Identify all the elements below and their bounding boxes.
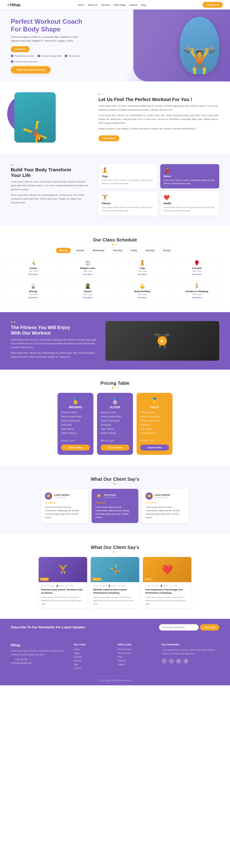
test-header-0: 😊 Louis Carlson Fitness Client bbox=[45, 492, 85, 500]
browns-icon: 🏅 bbox=[61, 397, 90, 404]
health-title: Health bbox=[164, 202, 216, 205]
footer-other-links-title: Other Links bbox=[118, 643, 156, 646]
footer-other-links-col: Other Links Privacy Policy Terms Of Use … bbox=[118, 643, 156, 671]
nav-logo: ● Hitup. bbox=[7, 2, 21, 7]
browns-cta-button[interactable]: Choose Plan bbox=[61, 444, 90, 451]
nav-other[interactable]: Other Page bbox=[114, 4, 126, 6]
play-button[interactable]: ▶ bbox=[158, 336, 167, 345]
hero-journey-button[interactable]: Start Your New Journey bbox=[11, 66, 51, 73]
boxing-link[interactable]: View More bbox=[10, 297, 57, 299]
day-tab-monday[interactable]: Monday bbox=[56, 248, 71, 253]
footer-link-home[interactable]: Home bbox=[74, 648, 112, 651]
blog-excerpt-0: Lorem ipsum dolor sit amet, consectetuer… bbox=[41, 596, 85, 606]
nav-blog[interactable]: Blog bbox=[141, 4, 146, 6]
footer-link-contact[interactable]: Contact bbox=[74, 667, 112, 670]
workout-headline: The Fitness You Will Enjoy With Our Work… bbox=[11, 325, 98, 336]
footer-link-services[interactable]: Services bbox=[74, 656, 112, 658]
social-linkedin[interactable]: in bbox=[176, 658, 181, 664]
footer-other-link-1[interactable]: Terms Of Use bbox=[118, 652, 156, 654]
test-stars-1: ★★★★★ bbox=[95, 501, 135, 504]
footer-about: Lorem ipsum dolor sit amet, consectetuer… bbox=[11, 649, 68, 656]
sliver-cta-button[interactable]: Choose Plan bbox=[101, 444, 129, 451]
blog-dot-1 bbox=[116, 551, 117, 553]
aerobics-icon: 🏃 bbox=[173, 283, 220, 289]
blog-headline: What Our Client Say's bbox=[7, 545, 223, 550]
blog-title-2: User Experience Psychology And Performan… bbox=[145, 588, 189, 594]
hero-body: Aenean leo ligula, porttitor eu, consequ… bbox=[11, 35, 86, 43]
about-cta-button[interactable]: About More bbox=[98, 135, 119, 141]
sliver-feature-2: Fitness Assessment bbox=[101, 419, 129, 423]
newsletter-input[interactable] bbox=[159, 624, 199, 630]
nav-about[interactable]: About Us bbox=[88, 4, 97, 6]
day-tab-saturday[interactable]: Saturday bbox=[142, 248, 158, 253]
newsletter-section: Subscribe To Our Newsletter For Latest U… bbox=[0, 619, 230, 636]
crossfit-link[interactable]: View More bbox=[173, 273, 220, 275]
browns-feature-5: Health Checkup bbox=[61, 431, 90, 435]
sliver-icon: 🥈 bbox=[101, 397, 129, 404]
footer-link-classes[interactable]: Classes bbox=[74, 659, 112, 662]
social-twitter[interactable]: t bbox=[169, 658, 174, 664]
schedule-dot-2 bbox=[117, 244, 118, 245]
blog-author-2: 👤 Admin bbox=[160, 585, 168, 587]
schedule-headline: Our Class Schedule bbox=[7, 237, 223, 243]
newsletter-headline: Subscribe To Our Newsletter For Latest U… bbox=[11, 625, 85, 629]
bodybuilding-link[interactable]: View More bbox=[119, 297, 166, 299]
day-tab-sunday[interactable]: Sunday bbox=[160, 248, 174, 253]
hero-headline-line1: Perfect Workout Coach bbox=[11, 18, 82, 25]
footer-other-links: Privacy Policy Terms Of Use FAQ Sitemap … bbox=[118, 648, 156, 666]
services-headline: Build Your Body Transform Your Life bbox=[11, 167, 91, 178]
newsletter-submit-button[interactable]: Subscribe bbox=[200, 624, 219, 630]
karate-link[interactable]: View More bbox=[65, 297, 111, 299]
day-tab-thursday[interactable]: Thursday bbox=[109, 248, 126, 253]
dance-title: Dance bbox=[164, 175, 216, 178]
footer-other-link-4[interactable]: Support bbox=[118, 663, 156, 666]
gold-name: GOLD bbox=[140, 406, 169, 409]
footer-link-about[interactable]: About bbox=[74, 652, 112, 654]
sliver-price-value: $89.95 bbox=[101, 439, 108, 442]
karate-name: Karate bbox=[65, 290, 111, 293]
footer-other-link-3[interactable]: Sitemap bbox=[118, 659, 156, 662]
timetable-side-label: Time Table bbox=[229, 255, 230, 283]
blog-body-2: 🗓 Jan 25, 2023 👤 Admin 👁 2 View User Exp… bbox=[143, 582, 191, 608]
nav-home[interactable]: Home bbox=[78, 4, 84, 6]
aerobics-link[interactable]: View More bbox=[173, 297, 220, 299]
weight-time: Start Yoga bbox=[65, 270, 111, 272]
gold-cta-button[interactable]: Choose Plan bbox=[140, 444, 169, 451]
cardio-link[interactable]: View More bbox=[10, 273, 57, 275]
workout-body2: Donec quam felis, ultricies nec, pellent… bbox=[11, 351, 98, 359]
pricing-cards: 🏅 BROWNS Personal Trainer Service Locker… bbox=[7, 393, 223, 455]
footer-newsletter-col: Our Newsletter Lorem ipsum dolor sit ame… bbox=[162, 643, 219, 671]
test-text-2: Lorem ipsum dolor sit amet, consectetuer… bbox=[145, 505, 185, 519]
day-tab-friday[interactable]: Friday bbox=[127, 248, 140, 253]
footer-other-link-2[interactable]: FAQ bbox=[118, 656, 156, 658]
class-card-aerobics: 🏃 Aerobics & Skipping Start Yoga View Mo… bbox=[171, 281, 223, 301]
hero-feature-dot-2 bbox=[65, 55, 67, 57]
sliver-feature-3: Boxing Bat bbox=[101, 423, 129, 427]
yoga-sched-name: Yoga bbox=[119, 267, 166, 270]
nav-services[interactable]: Services bbox=[101, 4, 110, 6]
yoga-sched-link[interactable]: View More bbox=[119, 273, 166, 275]
social-youtube[interactable]: yt bbox=[183, 658, 189, 664]
about-section: 🤸 Let Us Find The Perfect Workout For Yo… bbox=[0, 82, 230, 153]
about-body2: Donec quam felis, ultricies nec, pellent… bbox=[98, 114, 219, 125]
fitness-desc: Lorem ipsum dolor sit amet, consectetuer… bbox=[102, 206, 154, 212]
hero-cta-button[interactable]: Start Now bbox=[11, 46, 30, 52]
footer-link-blog[interactable]: Blog bbox=[74, 663, 112, 666]
yoga-sched-icon: 🧘 bbox=[119, 260, 166, 266]
browns-feature-4: Yoga Classes bbox=[61, 427, 90, 431]
workout-video-image: 🏋️ ▶ bbox=[105, 321, 219, 361]
workout-headline-line1: The Fitness You Will Enjoy bbox=[11, 325, 70, 330]
day-tab-wednesday[interactable]: Wednesday bbox=[89, 248, 108, 253]
pricing-headline: Pricing Table bbox=[7, 380, 223, 386]
workout-headline-line2: With Our Workout bbox=[11, 330, 51, 336]
test-name-1: Rose Dave bbox=[104, 494, 116, 496]
services-body1: Lorem ipsum dolor sit amet, consectetuer… bbox=[11, 180, 91, 191]
footer-phone: 📞 +123 456 789 bbox=[11, 658, 68, 661]
day-tab-tuesday[interactable]: Tuesday bbox=[72, 248, 88, 253]
weight-link[interactable]: View More bbox=[65, 273, 111, 275]
nav-cta-button[interactable]: Contact Us bbox=[202, 2, 223, 8]
nav-classes[interactable]: Classes bbox=[129, 4, 137, 6]
social-facebook[interactable]: f bbox=[162, 658, 167, 664]
footer-other-link-0[interactable]: Privacy Policy bbox=[118, 648, 156, 651]
gold-feature-1: Service Locker Room bbox=[140, 414, 169, 419]
